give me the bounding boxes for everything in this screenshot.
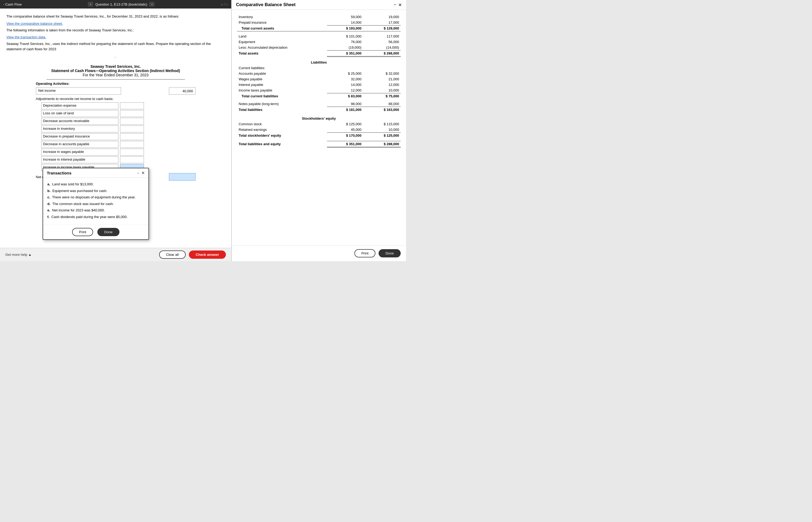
close-right-btn[interactable]: ✕	[398, 2, 402, 7]
adj-input-interest[interactable]	[120, 156, 144, 163]
table-row: Retained earnings 45,000 10,000	[237, 127, 401, 133]
check-answer-btn[interactable]: Check answer	[189, 250, 226, 259]
statement-period: For the Year Ended December 31, 2023	[6, 73, 225, 77]
total-assets-2023: $ 351,000	[327, 50, 363, 56]
wages-2023: 32,000	[327, 76, 363, 82]
table-row: Liabilities	[237, 60, 401, 65]
balance-sheet-title: Comparative Balance Sheet	[236, 2, 296, 7]
adj-label-loss-land: Loss on sale of land	[41, 110, 118, 117]
total-liabilities-2023: $ 181,000	[327, 107, 363, 113]
adj-row-depreciation: Depreciation expense	[36, 102, 196, 109]
label-equipment: Equipment	[237, 39, 327, 45]
total-equity-2022: $ 125,000	[363, 133, 401, 139]
transactions-popup: Transactions − ✕ a. Land was sold for $1…	[43, 168, 149, 240]
label-accounts-payable: Accounts payable	[237, 71, 327, 76]
get-more-help[interactable]: Get more help ▲	[5, 253, 32, 257]
right-controls: − ✕	[394, 2, 402, 7]
clear-all-btn[interactable]: Clear all	[159, 250, 186, 259]
label-prepaid: Prepaid insurance	[237, 20, 327, 25]
accum-dep-2022: (14,000)	[363, 45, 401, 51]
land-2022: 117,000	[363, 34, 401, 39]
adj-input-ap[interactable]	[120, 141, 144, 148]
adj-label-ap: Decrease in accounts payable	[41, 141, 118, 148]
notes-payable-2023: 98,000	[327, 101, 363, 107]
adj-input-ar[interactable]	[120, 118, 144, 125]
bottom-buttons: Clear all Check answer	[159, 250, 226, 259]
popup-header: Transactions − ✕	[43, 168, 148, 178]
adj-row-loss-land: Loss on sale of land	[36, 110, 196, 117]
balance-sheet-print-btn[interactable]: Print	[354, 249, 375, 257]
notes-payable-2022: 88,000	[363, 101, 401, 107]
total-le-2022: $ 288,000	[363, 141, 401, 147]
land-2023: $ 101,000	[327, 34, 363, 39]
inventory-2023: 59,000	[327, 14, 363, 20]
label-income-taxes: Income taxes payable	[237, 87, 327, 93]
table-row: Total stockholders' equity $ 170,000 $ 1…	[237, 133, 401, 139]
table-row: Common stock $ 125,000 $ 115,000	[237, 121, 401, 127]
transactions-done-btn[interactable]: Done	[97, 228, 119, 236]
ap-2023: $ 25,000	[327, 71, 363, 76]
total-cl-2023: $ 83,000	[327, 93, 363, 99]
total-input[interactable]	[169, 173, 196, 181]
transaction-e: e. Net income for 2023 was $40,000.	[47, 208, 144, 213]
adj-row-prepaid: Decrease in prepaid insurance	[36, 133, 196, 140]
form-section: Operating Activities: Net income Adjustm…	[36, 82, 196, 181]
label-interest-payable: Interest payable	[237, 82, 327, 87]
transaction-data-link[interactable]: View the transaction data.	[6, 35, 46, 39]
top-bar: - Cash Flow ‹ Question 1, E13-27B (book/…	[0, 0, 231, 8]
balance-sheet-done-btn[interactable]: Done	[379, 249, 401, 257]
income-taxes-2022: 10,000	[363, 87, 401, 93]
minimize-right-btn[interactable]: −	[394, 2, 396, 7]
label-total-liab-equity: Total liabilities and equity	[237, 141, 327, 147]
table-row: Less: Accumulated depreciation (19,000) …	[237, 45, 401, 51]
transaction-a: a. Land was sold for $13,000.	[47, 182, 144, 187]
bottom-bar: Get more help ▲ Clear all Check answer	[0, 248, 231, 261]
adj-label-wages: Increase in wages payable	[41, 149, 118, 156]
intro-text1: The comparative balance sheet for Seaway…	[6, 14, 225, 19]
total-assets-2022: $ 288,000	[363, 50, 401, 56]
popup-minimize-btn[interactable]: −	[137, 171, 139, 175]
table-row: Total assets $ 351,000 $ 288,000	[237, 50, 401, 56]
spacer-row	[237, 32, 401, 34]
table-row: Notes payable (long-term) 98,000 88,000	[237, 101, 401, 107]
adj-label-ar: Decrease accounts receivable	[41, 118, 118, 125]
current-liabilities-subtitle: Current liabilities:	[237, 65, 327, 71]
common-stock-2022: $ 115,000	[363, 121, 401, 127]
table-row: Income taxes payable 12,000 10,000	[237, 87, 401, 93]
adj-input-wages[interactable]	[120, 149, 144, 156]
table-row: Total liabilities and equity $ 351,000 $…	[237, 141, 401, 147]
spacer-row	[237, 138, 401, 141]
question-label: Question 1, E13-27B (book/static)	[95, 2, 147, 6]
equity-section: Stockholders' equity Common stock $ 125,…	[237, 116, 401, 147]
balance-sheet-link[interactable]: View the comparative balance sheet.	[6, 22, 63, 25]
adj-row-inventory: Increase in inventory	[36, 125, 196, 133]
prev-question-btn[interactable]: ‹	[88, 2, 93, 7]
label-accum-dep: Less: Accumulated depreciation	[237, 45, 327, 51]
adj-input-loss-land[interactable]	[120, 110, 144, 117]
net-income-input[interactable]	[169, 87, 196, 95]
income-taxes-2023: 12,000	[327, 87, 363, 93]
adj-input-depreciation[interactable]	[120, 102, 144, 109]
total-liabilities-2022: $ 163,000	[363, 107, 401, 113]
adj-input-inventory[interactable]	[120, 125, 144, 133]
table-row: Current liabilities:	[237, 65, 401, 71]
label-retained-earnings: Retained earnings	[237, 127, 327, 133]
next-question-btn[interactable]: ›	[149, 2, 155, 7]
transactions-print-btn[interactable]: Print	[72, 228, 93, 236]
adj-input-prepaid[interactable]	[120, 133, 144, 140]
adj-label-depreciation: Depreciation expense	[41, 102, 118, 109]
interest-2022: 12,000	[363, 82, 401, 87]
table-row: Equipment 76,000 56,000	[237, 39, 401, 45]
label-total-assets: Total assets	[237, 50, 327, 56]
accum-dep-2023: (19,000)	[327, 45, 363, 51]
right-panel: Comparative Balance Sheet − ✕ Inventory …	[232, 0, 406, 261]
adj-row-ar: Decrease accounts receivable	[36, 118, 196, 125]
transaction-f: f. Cash dividends paid during the year w…	[47, 214, 144, 220]
equipment-2022: 56,000	[363, 39, 401, 45]
table-row: Land $ 101,000 117,000	[237, 34, 401, 39]
po-indicator: ○ Po	[221, 2, 228, 6]
right-bottom-bar: Print Done	[232, 245, 406, 261]
operating-activities-title: Operating Activities:	[36, 82, 196, 86]
top-bar-title: - Cash Flow	[3, 2, 22, 6]
popup-close-btn[interactable]: ✕	[141, 170, 145, 176]
